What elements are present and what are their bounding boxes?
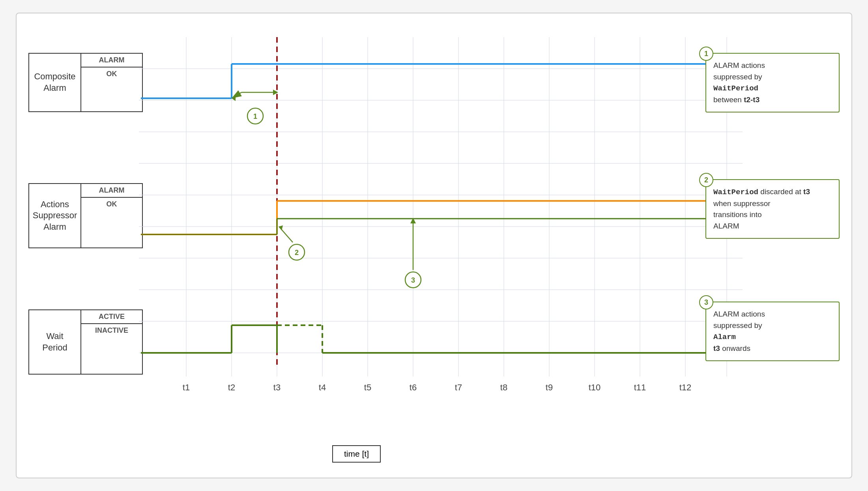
svg-text:t11: t11	[634, 382, 646, 392]
wait-active-state: ACTIVE	[81, 310, 142, 324]
suppressor-ok-state: OK	[81, 198, 142, 211]
annotation-num-3: 3	[699, 295, 713, 309]
svg-text:t8: t8	[500, 382, 507, 392]
wait-period-label: WaitPeriod ACTIVE INACTIVE	[28, 309, 143, 375]
svg-text:t7: t7	[455, 382, 462, 392]
annotation-text-2: WaitPeriod discarded at t3 when suppress…	[713, 186, 832, 232]
svg-text:t4: t4	[319, 382, 326, 392]
chart-svg: 1 2 3 t1 t2 t3 t4 t5 t6 t7 t8 t9 t10 t11…	[139, 37, 743, 432]
composite-alarm-text: Composite Alarm	[34, 71, 76, 94]
annotation-box-3: 3 ALARM actionssuppressed by Alarm t3 on…	[705, 302, 840, 361]
svg-text:t9: t9	[546, 382, 553, 392]
annotation-num-2: 2	[699, 173, 713, 187]
svg-text:1: 1	[253, 112, 257, 120]
svg-text:t2: t2	[228, 382, 235, 392]
main-container: Composite Alarm ALARM OK ActionsSuppress…	[16, 13, 852, 478]
suppressor-alarm-state: ALARM	[81, 184, 142, 198]
suppressor-alarm-label: ActionsSuppressorAlarm ALARM OK	[28, 183, 143, 248]
svg-text:t12: t12	[679, 382, 692, 392]
annotation-box-1: 1 ALARM actionssuppressed by WaitPeriod …	[705, 53, 840, 112]
svg-text:3: 3	[411, 276, 415, 284]
svg-text:t3: t3	[273, 382, 281, 392]
svg-text:t6: t6	[410, 382, 417, 392]
svg-text:2: 2	[295, 249, 299, 257]
svg-text:t5: t5	[364, 382, 371, 392]
annotation-text-3: ALARM actionssuppressed by Alarm t3 onwa…	[713, 309, 832, 354]
svg-text:t1: t1	[183, 382, 190, 392]
composite-alarm-label: Composite Alarm ALARM OK	[28, 53, 143, 112]
time-axis-label: time [t]	[332, 445, 381, 463]
suppressor-alarm-text: ActionsSuppressorAlarm	[33, 199, 77, 233]
wait-inactive-state: INACTIVE	[81, 324, 142, 337]
annotation-text-1: ALARM actionssuppressed by WaitPeriod be…	[713, 60, 832, 105]
annotation-box-2: 2 WaitPeriod discarded at t3 when suppre…	[705, 179, 840, 239]
annotation-num-1: 1	[699, 47, 713, 61]
svg-text:t10: t10	[589, 382, 601, 392]
wait-period-text: WaitPeriod	[42, 331, 67, 353]
composite-alarm-state: ALARM	[81, 54, 142, 67]
composite-ok-state: OK	[81, 67, 142, 81]
